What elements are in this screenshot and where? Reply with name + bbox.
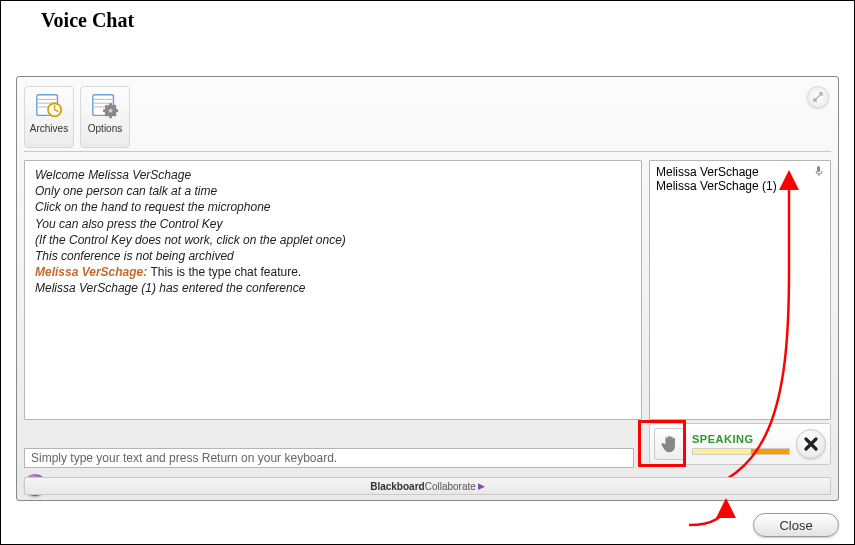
stop-speaking-button[interactable] [796,429,826,459]
chat-transcript[interactable]: Welcome Melissa VerSchageOnly one person… [24,160,642,420]
options-icon [90,92,120,120]
options-label: Options [88,123,122,134]
chat-speaker: Melissa VerSchage: [35,265,147,279]
speaking-label: SPEAKING [692,433,790,445]
footer-brand-a: Blackboard [370,481,424,492]
chat-line: This conference is not being archived [35,248,631,264]
options-button[interactable]: Options [80,86,130,148]
close-icon [804,437,818,451]
expand-button[interactable] [807,86,829,108]
chat-line: Welcome Melissa VerSchage [35,167,631,183]
participant-item[interactable]: Melissa VerSchage (1) [656,179,824,193]
chat-line: Melissa VerSchage (1) has entered the co… [35,280,631,296]
chat-input[interactable] [24,448,634,468]
request-mic-button[interactable] [654,428,686,460]
app-panel: Archives [16,76,839,501]
triangle-icon: ▶ [478,481,485,491]
speak-bar: SPEAKING [649,423,831,465]
hand-icon [659,433,681,455]
footer-brand-b: Collaborate [425,481,476,492]
footer-brand-bar: Blackboard Collaborate ▶ [24,477,831,495]
svg-line-20 [114,106,116,108]
speaking-indicator: SPEAKING [686,433,796,455]
archives-button[interactable]: Archives [24,86,74,148]
participant-item[interactable]: Melissa VerSchage [656,165,824,179]
participants-list[interactable]: Melissa VerSchageMelissa VerSchage (1) [649,160,831,420]
chat-line: Click on the hand to request the microph… [35,199,631,215]
page-root: Voice Chat Archives [0,0,855,545]
svg-line-17 [105,106,107,108]
microphone-icon [813,165,825,177]
svg-point-12 [109,109,113,113]
content-row: Welcome Melissa VerSchageOnly one person… [24,160,831,420]
chat-line: (If the Control Key does not work, click… [35,232,631,248]
svg-rect-21 [817,166,820,172]
expand-icon [813,92,823,102]
page-title: Voice Chat [1,1,854,38]
svg-line-18 [114,114,116,116]
toolbar: Archives [24,84,831,152]
chat-message: This is the type chat feature. [147,265,301,279]
svg-line-19 [105,114,107,116]
chat-line: Melissa VerSchage: This is the type chat… [35,264,631,280]
archives-label: Archives [30,123,68,134]
close-button[interactable]: Close [753,513,839,537]
chat-line: You can also press the Control Key [35,216,631,232]
chat-line: Only one person can talk at a time [35,183,631,199]
archives-icon [34,92,64,120]
speaking-meter [692,448,790,455]
